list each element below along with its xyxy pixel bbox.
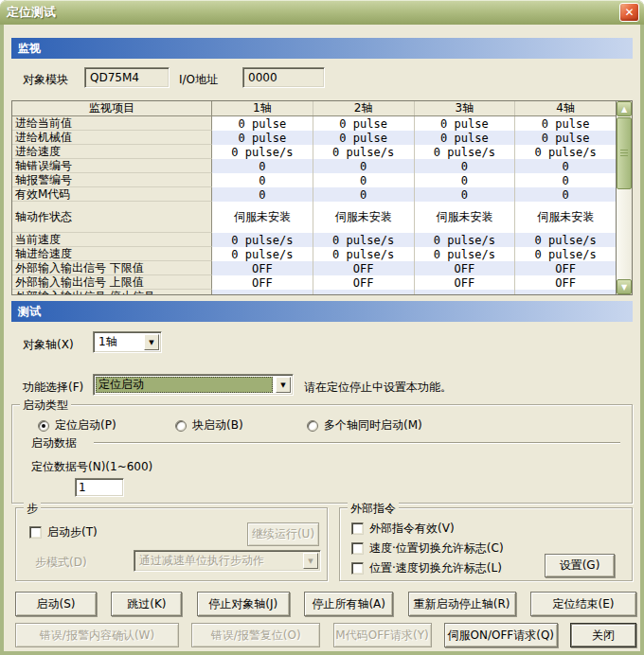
action-button-A[interactable]: 停止所有轴(A) — [304, 592, 393, 616]
monitor-value-axis-2: 0 pulse — [313, 116, 415, 131]
monitor-value-axis-2: 0 pulse/s — [313, 145, 415, 159]
monitor-value-axis-1: 0 — [212, 159, 313, 173]
start-type-radio-label: 块启动(B) — [192, 417, 243, 434]
external-checkbox-3[interactable]: 位置·速度切换允许标志(L) — [351, 560, 502, 576]
monitor-value-axis-4: 0 — [515, 159, 616, 173]
column-header-axis-1: 1轴 — [212, 101, 313, 115]
monitor-table-row: 有效M代码0000 — [12, 187, 616, 202]
start-step-label: 启动步(T) — [47, 524, 98, 540]
scrollbar-thumb[interactable] — [617, 117, 632, 189]
start-type-radio-label: 多个轴同时启动(M) — [324, 417, 422, 434]
monitor-item-label: 外部输入输出信号 上限值 — [12, 275, 212, 290]
start-type-radio-2[interactable]: 块启动(B) — [175, 417, 243, 434]
monitor-value-axis-1: 0 — [212, 187, 313, 202]
target-axis-combo[interactable]: 1轴 ▼ — [93, 331, 162, 353]
radio-icon[interactable] — [38, 420, 49, 432]
monitor-table-row: 外部输入输出信号 上限值OFFOFFOFFOFF — [12, 275, 616, 290]
action-button-S[interactable]: 启动(S) — [15, 592, 97, 616]
action-button-J[interactable]: 停止对象轴(J) — [197, 592, 290, 616]
external-command-group: 外部指令 外部指令有效(V)速度·位置切换允许标志(C)位置·速度切换允许标志(… — [339, 507, 633, 581]
monitor-value-axis-1: 0 pulse/s — [212, 233, 313, 247]
external-checkbox-2[interactable]: 速度·位置切换允许标志(C) — [351, 540, 504, 557]
titlebar[interactable]: 定位测试 ✕ — [0, 0, 644, 25]
monitor-item-label: 外部输入输出信号 下限值 — [12, 261, 212, 275]
positioning-test-dialog: 定位测试 ✕ 监视 对象模块 QD75M4 I/O地址 0000 监视项目1轴2… — [0, 0, 644, 655]
monitor-value-axis-2: OFF — [313, 275, 415, 290]
scrollbar-track[interactable] — [617, 116, 632, 279]
monitor-value-axis-4: 0 pulse — [515, 131, 616, 145]
monitor-table-row: 进给机械值0 pulse0 pulse0 pulse0 pulse — [12, 131, 616, 145]
external-checkbox-label: 外部指令有效(V) — [369, 521, 455, 537]
action-button-R[interactable]: 重新启动停止轴(R) — [408, 592, 516, 616]
set-button[interactable]: 设置(G) — [545, 554, 615, 577]
io-address-value-field: 0000 — [242, 67, 325, 88]
monitor-value-axis-3: 0 pulse — [415, 131, 516, 145]
checkbox-icon[interactable] — [351, 542, 364, 555]
monitor-value-axis-3 — [415, 290, 516, 294]
radio-icon[interactable] — [307, 420, 318, 432]
scroll-down-icon[interactable]: ▼ — [617, 279, 632, 294]
action-button-btn4[interactable]: 关闭 — [570, 623, 636, 647]
target-axis-label: 对象轴(X) — [23, 337, 74, 353]
monitor-value-axis-1: OFF — [212, 261, 313, 275]
monitor-value-axis-4: 0 pulse — [515, 116, 616, 131]
monitor-value-axis-3: 0 pulse/s — [415, 145, 516, 159]
close-button[interactable]: ✕ — [619, 3, 639, 22]
monitor-table-row: 轴进给速度0 pulse/s0 pulse/s0 pulse/s0 pulse/… — [12, 247, 616, 261]
start-step-checkbox[interactable]: 启动步(T) — [29, 524, 98, 540]
monitor-value-axis-3: 0 pulse — [415, 116, 516, 131]
external-command-group-title: 外部指令 — [348, 501, 399, 517]
chevron-down-icon[interactable]: ▼ — [144, 334, 159, 350]
scroll-up-icon[interactable]: ▲ — [617, 101, 632, 116]
radio-icon[interactable] — [175, 420, 187, 432]
monitor-value-axis-2: 伺服未安装 — [313, 202, 415, 233]
column-header-axis-2: 2轴 — [313, 101, 415, 115]
monitor-value-axis-3: 0 pulse/s — [415, 247, 516, 261]
monitor-value-axis-3: 0 — [415, 173, 516, 187]
action-button-E[interactable]: 定位结束(E) — [530, 592, 636, 616]
monitor-value-axis-4: 伺服未安装 — [515, 202, 616, 233]
column-header-item: 监视项目 — [12, 101, 212, 115]
function-select-combo[interactable]: 定位启动 ▼ — [93, 374, 294, 396]
external-checkbox-label: 位置·速度切换允许标志(L) — [369, 560, 502, 576]
monitor-value-axis-1: 0 pulse — [212, 116, 313, 131]
monitor-item-label: 轴进给速度 — [12, 247, 212, 261]
monitor-item-label: 轴动作状态 — [12, 202, 212, 233]
monitor-value-axis-3: 0 — [415, 187, 516, 202]
external-checkbox-1[interactable]: 外部指令有效(V) — [351, 521, 455, 537]
module-label: 对象模块 — [23, 72, 68, 88]
start-type-radio-label: 定位启动(P) — [55, 417, 116, 434]
monitor-value-axis-4: 0 pulse/s — [515, 233, 616, 247]
monitor-item-label: 轴错误编号 — [12, 159, 212, 173]
close-icon: ✕ — [624, 6, 634, 19]
monitor-table-scrollbar[interactable]: ▲ ▼ — [616, 101, 632, 294]
monitor-value-axis-3: 0 pulse/s — [415, 233, 516, 247]
monitor-table-row: 外部输入输出信号 下限值OFFOFFOFFOFF — [12, 261, 616, 275]
start-type-radio-3[interactable]: 多个轴同时启动(M) — [307, 417, 422, 434]
checkbox-icon[interactable] — [29, 526, 42, 539]
monitor-value-axis-3: 伺服未安装 — [415, 202, 516, 233]
monitor-item-label: 进给当前值 — [12, 116, 212, 131]
checkbox-icon[interactable] — [351, 562, 364, 575]
monitor-item-label: 外部输入输出信号 停止信号 — [12, 290, 212, 294]
action-button-W: 错误/报警内容确认(W) — [15, 623, 179, 647]
action-button-MOFFY: M代码OFF请求(Y) — [333, 623, 432, 647]
chevron-down-icon[interactable]: ▼ — [276, 377, 291, 393]
monitor-item-label: 进给速度 — [12, 145, 212, 159]
positioning-data-no-input[interactable] — [75, 478, 124, 497]
button-row-secondary: 错误/报警内容确认(W)错误/报警复位(O)M代码OFF请求(Y)伺服ON/OF… — [15, 623, 636, 647]
monitor-value-axis-1 — [212, 290, 313, 294]
function-select-value: 定位启动 — [96, 377, 273, 393]
start-type-radio-1[interactable]: 定位启动(P) — [38, 417, 116, 434]
monitor-table-row: 进给速度0 pulse/s0 pulse/s0 pulse/s0 pulse/s — [12, 145, 616, 159]
action-button-K[interactable]: 跳过(K) — [111, 592, 182, 616]
action-button-ONOFFQ[interactable]: 伺服ON/OFF请求(Q) — [444, 623, 558, 647]
checkbox-icon[interactable] — [351, 522, 364, 535]
start-type-group-title: 启动类型 — [20, 398, 71, 414]
monitor-value-axis-3: OFF — [415, 275, 516, 290]
monitor-value-axis-1: OFF — [212, 275, 313, 290]
monitor-value-axis-2: 0 — [313, 173, 415, 187]
monitor-value-axis-2: 0 pulse — [313, 131, 415, 145]
monitor-item-label: 有效M代码 — [12, 187, 212, 202]
start-data-label: 启动数据 — [31, 435, 77, 451]
